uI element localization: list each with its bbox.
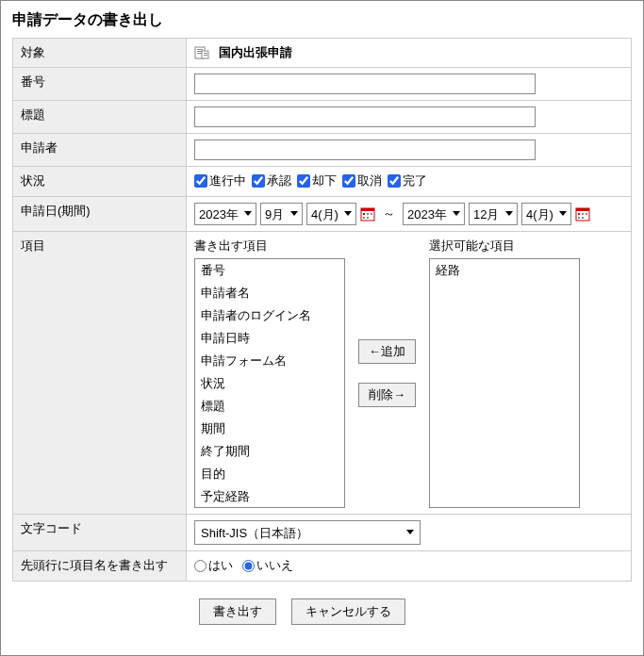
from-year-select[interactable]: 2023年 [194, 203, 256, 225]
target-value: 国内出張申請 [219, 45, 292, 59]
label-headerrow: 先頭行に項目名を書き出す [13, 551, 187, 582]
remove-button[interactable]: 削除→ [358, 383, 416, 407]
status-checkbox-0[interactable]: 進行中 [194, 172, 246, 189]
list-item[interactable]: 予定経路 [195, 485, 344, 508]
svg-rect-5 [204, 53, 207, 54]
radio-yes-text: はい [208, 557, 233, 574]
calendar-icon[interactable] [575, 206, 590, 221]
status-checkbox-input[interactable] [342, 174, 355, 188]
svg-rect-19 [578, 217, 580, 219]
cell-status: 進行中承認却下取消完了 [187, 167, 632, 197]
status-checkbox-3[interactable]: 取消 [342, 172, 382, 189]
status-checkbox-input[interactable] [252, 174, 265, 188]
radio-yes[interactable] [194, 560, 206, 572]
list-item[interactable]: 経路 [430, 259, 579, 282]
status-checkbox-input[interactable] [388, 174, 401, 188]
list-item[interactable]: 期間 [195, 418, 344, 440]
export-listbox[interactable]: 番号申請者名申請者のログイン名申請日時申請フォーム名状況標題期間終了期間目的予定… [194, 258, 345, 508]
to-day-select[interactable]: 4(月) [521, 203, 571, 225]
dialog: 申請データの書き出し 対象 国内出張申請 番号 標題 申請者 [0, 0, 644, 656]
svg-rect-1 [197, 49, 203, 50]
avail-listbox[interactable]: 経路 [429, 258, 580, 508]
footer: 書き出す キャンセルする [12, 591, 632, 625]
applicant-input[interactable] [194, 139, 536, 160]
label-status: 状況 [13, 167, 187, 197]
label-items: 項目 [13, 232, 187, 515]
to-month-select[interactable]: 12月 [469, 203, 518, 225]
svg-rect-11 [371, 213, 372, 215]
svg-rect-6 [204, 55, 207, 56]
list-item[interactable]: 申請日時 [195, 327, 344, 350]
cell-date: 2023年 9月 4(月) ～ 2023年 12月 4(月) [187, 197, 632, 232]
list-item[interactable]: 目的 [195, 463, 344, 485]
status-checkbox-text: 取消 [357, 172, 382, 189]
radio-no[interactable] [242, 560, 255, 572]
cell-applicant [187, 134, 632, 167]
export-button[interactable]: 書き出す [199, 599, 276, 625]
svg-rect-13 [367, 217, 369, 219]
status-checkbox-2[interactable]: 却下 [297, 172, 337, 189]
document-icon [194, 46, 209, 59]
radio-yes-label[interactable]: はい [194, 557, 233, 574]
export-list-title: 書き出す項目 [194, 238, 345, 254]
subject-input[interactable] [194, 107, 536, 127]
avail-list-title: 選択可能な項目 [429, 238, 580, 254]
cell-number [187, 68, 632, 101]
status-checkbox-input[interactable] [297, 174, 310, 188]
label-target: 対象 [13, 39, 187, 68]
status-checkbox-4[interactable]: 完了 [388, 172, 427, 189]
svg-rect-8 [361, 208, 374, 211]
label-applicant: 申請者 [13, 134, 187, 167]
cell-subject [187, 101, 632, 134]
encoding-select[interactable]: Shift-JIS（日本語） [194, 520, 421, 545]
cell-encoding: Shift-JIS（日本語） [187, 515, 632, 551]
svg-rect-15 [576, 208, 589, 211]
svg-rect-16 [578, 213, 580, 215]
from-month-select[interactable]: 9月 [260, 203, 303, 225]
list-item[interactable]: 標題 [195, 395, 344, 418]
to-year-select[interactable]: 2023年 [403, 203, 465, 225]
status-checkbox-1[interactable]: 承認 [252, 172, 291, 189]
radio-no-label[interactable]: いいえ [242, 557, 293, 574]
list-item[interactable]: 番号 [195, 259, 344, 282]
cell-items: 書き出す項目 番号申請者名申請者のログイン名申請日時申請フォーム名状況標題期間終… [187, 232, 632, 515]
label-date: 申請日(期間) [13, 197, 187, 232]
svg-rect-18 [586, 213, 587, 215]
add-button[interactable]: ←追加 [358, 339, 416, 364]
svg-rect-12 [363, 217, 365, 219]
form-table: 対象 国内出張申請 番号 標題 申請者 [12, 38, 632, 582]
list-item[interactable]: 申請者のログイン名 [195, 304, 344, 327]
status-checkbox-text: 完了 [403, 172, 427, 189]
label-subject: 標題 [13, 101, 187, 134]
date-separator: ～ [383, 205, 395, 222]
status-checkbox-text: 進行中 [209, 172, 246, 189]
number-input[interactable] [194, 74, 536, 94]
svg-rect-20 [582, 217, 584, 219]
from-day-select[interactable]: 4(月) [306, 203, 356, 225]
page-title: 申請データの書き出し [12, 10, 632, 30]
list-item[interactable]: 終了期間 [195, 440, 344, 463]
list-item[interactable]: 申請者名 [195, 282, 344, 304]
list-item[interactable]: 状況 [195, 372, 344, 395]
svg-rect-10 [367, 213, 369, 215]
svg-rect-9 [363, 213, 365, 215]
status-checkbox-text: 承認 [267, 172, 291, 189]
calendar-icon[interactable] [360, 206, 375, 221]
list-item[interactable]: 申請フォーム名 [195, 350, 344, 372]
radio-no-text: いいえ [256, 557, 293, 574]
label-number: 番号 [13, 68, 187, 101]
cell-headerrow: はい いいえ [187, 551, 632, 582]
label-encoding: 文字コード [13, 515, 187, 551]
cancel-button[interactable]: キャンセルする [291, 599, 405, 625]
status-checkbox-input[interactable] [194, 174, 207, 188]
status-checkbox-text: 却下 [312, 172, 337, 189]
cell-target: 国内出張申請 [187, 39, 632, 68]
svg-rect-17 [582, 213, 584, 215]
